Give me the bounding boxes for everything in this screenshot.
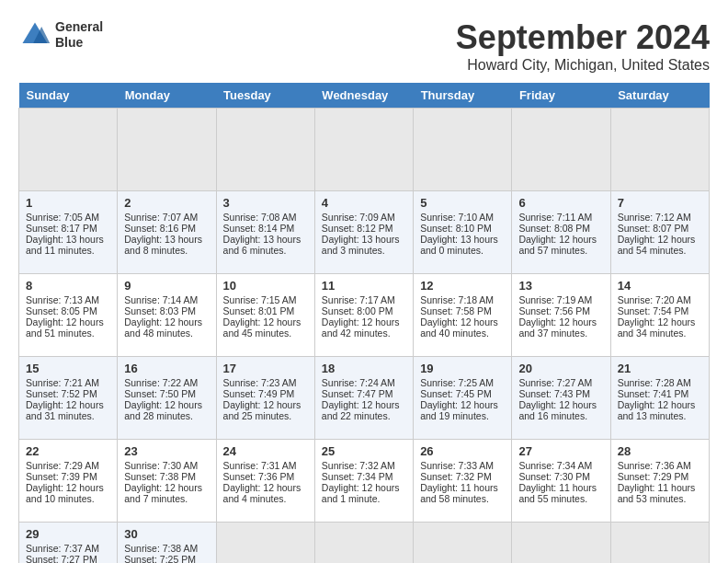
day-info: Daylight: 13 hours [26, 234, 110, 245]
header: General Blue September 2024 Howard City,… [18, 18, 710, 74]
day-info: Sunset: 7:58 PM [420, 305, 505, 316]
day-number: 27 [518, 444, 603, 458]
calendar-cell: 1Sunrise: 7:05 AMSunset: 8:17 PMDaylight… [19, 191, 118, 274]
day-info: Daylight: 12 hours [26, 316, 110, 327]
calendar-cell: 15Sunrise: 7:21 AMSunset: 7:52 PMDayligh… [19, 357, 118, 440]
day-info: and 8 minutes. [124, 245, 209, 256]
calendar-cell: 22Sunrise: 7:29 AMSunset: 7:39 PMDayligh… [19, 440, 118, 523]
day-info: and 3 minutes. [322, 245, 406, 256]
calendar-cell: 23Sunrise: 7:30 AMSunset: 7:38 PMDayligh… [118, 440, 216, 523]
day-info: and 53 minutes. [618, 493, 702, 504]
day-info: Sunrise: 7:23 AM [223, 377, 308, 388]
day-info: Sunset: 7:54 PM [618, 305, 702, 316]
day-info: Sunset: 7:52 PM [26, 388, 110, 399]
day-info: Sunrise: 7:11 AM [518, 212, 603, 223]
location: Howard City, Michigan, United States [456, 57, 710, 74]
month-year: September 2024 [456, 18, 710, 57]
day-info: and 0 minutes. [420, 245, 505, 256]
day-info: Sunrise: 7:20 AM [618, 294, 702, 305]
day-info: Sunset: 7:43 PM [518, 388, 603, 399]
calendar-cell: 25Sunrise: 7:32 AMSunset: 7:34 PMDayligh… [314, 440, 413, 523]
day-info: and 28 minutes. [124, 410, 209, 421]
calendar-cell: 3Sunrise: 7:08 AMSunset: 8:14 PMDaylight… [216, 191, 314, 274]
day-info: Sunrise: 7:15 AM [223, 294, 308, 305]
calendar-cell: 27Sunrise: 7:34 AMSunset: 7:30 PMDayligh… [512, 440, 610, 523]
day-info: Sunset: 8:10 PM [420, 223, 505, 234]
day-info: and 6 minutes. [223, 245, 308, 256]
day-info: Sunset: 8:03 PM [124, 305, 209, 316]
day-number: 3 [223, 196, 308, 210]
day-number: 15 [26, 362, 110, 375]
calendar-cell: 19Sunrise: 7:25 AMSunset: 7:45 PMDayligh… [414, 357, 512, 440]
day-info: Daylight: 13 hours [322, 234, 406, 245]
day-info: Sunset: 7:30 PM [518, 471, 603, 482]
day-info: Sunrise: 7:07 AM [124, 212, 209, 223]
day-info: Sunset: 7:36 PM [223, 471, 308, 482]
day-info: Daylight: 11 hours [518, 482, 603, 493]
calendar-cell: 4Sunrise: 7:09 AMSunset: 8:12 PMDaylight… [314, 191, 413, 274]
day-number: 22 [26, 444, 110, 458]
day-number: 5 [420, 196, 505, 210]
day-info: Sunset: 7:32 PM [420, 471, 505, 482]
day-info: Daylight: 13 hours [223, 234, 308, 245]
calendar-cell [314, 523, 413, 564]
day-info: Daylight: 12 hours [124, 482, 209, 493]
calendar-table: SundayMondayTuesdayWednesdayThursdayFrid… [18, 83, 710, 563]
day-info: Daylight: 12 hours [223, 482, 308, 493]
day-info: Daylight: 12 hours [618, 316, 702, 327]
day-info: Sunrise: 7:30 AM [124, 460, 209, 471]
day-number: 11 [322, 279, 406, 293]
calendar-week-4: 22Sunrise: 7:29 AMSunset: 7:39 PMDayligh… [19, 440, 710, 523]
day-number: 13 [518, 279, 603, 293]
calendar-header-row: SundayMondayTuesdayWednesdayThursdayFrid… [19, 83, 710, 109]
day-info: Daylight: 12 hours [420, 316, 505, 327]
calendar-cell: 10Sunrise: 7:15 AMSunset: 8:01 PMDayligh… [216, 274, 314, 357]
day-info: Sunset: 8:05 PM [26, 305, 110, 316]
day-info: and 54 minutes. [618, 245, 702, 256]
day-info: and 42 minutes. [322, 327, 406, 339]
day-number: 20 [518, 362, 603, 375]
day-info: Sunset: 8:07 PM [618, 223, 702, 234]
day-number: 30 [124, 527, 209, 541]
day-info: and 48 minutes. [124, 327, 209, 339]
day-number: 12 [420, 279, 505, 293]
day-info: and 34 minutes. [618, 327, 702, 339]
day-info: Sunset: 7:49 PM [223, 388, 308, 399]
day-number: 16 [124, 362, 209, 375]
day-info: Daylight: 12 hours [322, 316, 406, 327]
day-header-friday: Friday [512, 83, 610, 109]
calendar-week-3: 15Sunrise: 7:21 AMSunset: 7:52 PMDayligh… [19, 357, 710, 440]
day-info: Sunset: 7:27 PM [26, 554, 110, 563]
calendar-cell: 29Sunrise: 7:37 AMSunset: 7:27 PMDayligh… [19, 523, 118, 564]
day-info: Sunset: 7:34 PM [322, 471, 406, 482]
calendar-week-2: 8Sunrise: 7:13 AMSunset: 8:05 PMDaylight… [19, 274, 710, 357]
day-info: Sunrise: 7:09 AM [322, 212, 406, 223]
calendar-cell [19, 109, 118, 191]
calendar-cell: 14Sunrise: 7:20 AMSunset: 7:54 PMDayligh… [610, 274, 709, 357]
day-number: 25 [322, 444, 406, 458]
day-info: Sunset: 7:56 PM [518, 305, 603, 316]
day-number: 2 [124, 196, 209, 210]
day-info: and 45 minutes. [223, 327, 308, 339]
day-info: Sunrise: 7:05 AM [26, 212, 110, 223]
day-info: Daylight: 12 hours [223, 316, 308, 327]
calendar-cell [512, 109, 610, 191]
title-section: September 2024 Howard City, Michigan, Un… [456, 18, 710, 74]
calendar-cell: 11Sunrise: 7:17 AMSunset: 8:00 PMDayligh… [314, 274, 413, 357]
day-info: Sunset: 7:38 PM [124, 471, 209, 482]
calendar-cell: 8Sunrise: 7:13 AMSunset: 8:05 PMDaylight… [19, 274, 118, 357]
day-info: Daylight: 12 hours [322, 482, 406, 493]
day-info: and 1 minute. [322, 493, 406, 504]
day-info: Sunrise: 7:25 AM [420, 377, 505, 388]
day-info: Daylight: 12 hours [518, 316, 603, 327]
calendar-cell: 13Sunrise: 7:19 AMSunset: 7:56 PMDayligh… [512, 274, 610, 357]
day-info: Daylight: 12 hours [518, 234, 603, 245]
day-header-sunday: Sunday [19, 83, 118, 109]
calendar-cell: 12Sunrise: 7:18 AMSunset: 7:58 PMDayligh… [414, 274, 512, 357]
logo-text: General Blue [55, 19, 103, 51]
calendar-cell [414, 523, 512, 564]
day-header-tuesday: Tuesday [216, 83, 314, 109]
day-info: Sunset: 8:00 PM [322, 305, 406, 316]
day-number: 10 [223, 279, 308, 293]
calendar-cell [512, 523, 610, 564]
